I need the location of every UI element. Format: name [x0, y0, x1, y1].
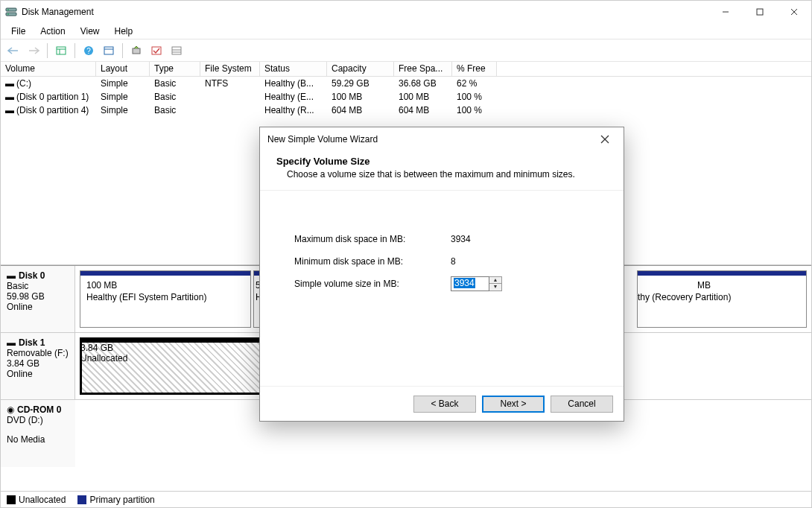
toolbar-view-button[interactable]: [53, 42, 69, 59]
partition-size: 100 MB: [86, 280, 244, 292]
svg-rect-17: [172, 47, 181, 54]
disk-name: Disk 1: [19, 337, 45, 348]
window-titlebar: Disk Management: [1, 1, 811, 23]
cdrom-icon: ◉: [7, 404, 14, 415]
disk-type: DVD (D:): [7, 415, 69, 425]
back-button[interactable]: < Back: [413, 396, 476, 413]
dialog-close-button[interactable]: [594, 128, 616, 150]
window-close-button[interactable]: [777, 1, 811, 23]
column-pctfree[interactable]: % Free: [452, 62, 497, 76]
legend-primary: Primary partition: [77, 495, 154, 505]
svg-rect-13: [104, 47, 113, 54]
cancel-button[interactable]: Cancel: [551, 396, 613, 413]
dialog-heading: Specify Volume Size: [276, 156, 607, 167]
column-volume[interactable]: Volume: [1, 62, 96, 76]
app-icon: [5, 6, 17, 18]
toolbar-check-button[interactable]: [148, 42, 165, 59]
dialog-footer: < Back Next > Cancel: [260, 387, 624, 421]
volume-fs: NTFS: [200, 78, 260, 89]
column-capacity[interactable]: Capacity: [327, 62, 394, 76]
dialog-subheading: Choose a volume size that is between the…: [276, 169, 607, 180]
column-type[interactable]: Type: [150, 62, 200, 76]
toolbar-forward-button[interactable]: [25, 42, 42, 59]
volume-name: (Disk 0 partition 4): [16, 105, 89, 115]
volume-layout: Simple: [96, 105, 150, 115]
volume-size-label: Simple volume size in MB:: [294, 279, 451, 289]
dialog-titlebar: New Simple Volume Wizard: [260, 127, 624, 151]
volume-free: 604 MB: [394, 105, 452, 115]
svg-point-3: [7, 13, 9, 15]
disk-size: 59.98 GB: [7, 291, 69, 302]
min-disk-space-label: Minimum disk space in MB:: [294, 256, 451, 267]
svg-point-2: [7, 9, 9, 10]
svg-rect-8: [57, 47, 66, 54]
toolbar-back-button[interactable]: [5, 42, 22, 59]
column-freespace[interactable]: Free Spa...: [394, 62, 452, 76]
volume-type: Basic: [150, 78, 200, 89]
partition-status: Healthy (EFI System Partition): [86, 292, 244, 304]
volume-name: (Disk 0 partition 1): [16, 92, 89, 102]
toolbar-help-button[interactable]: ?: [80, 42, 97, 59]
disk-size: 3.84 GB: [7, 358, 69, 369]
menu-action[interactable]: Action: [34, 25, 71, 38]
volume-capacity: 100 MB: [327, 92, 394, 102]
column-layout[interactable]: Layout: [96, 62, 150, 76]
svg-rect-15: [133, 48, 140, 54]
spinner-down-icon[interactable]: ▼: [489, 284, 501, 290]
volume-pct: 100 %: [452, 105, 497, 115]
legend: Unallocated Primary partition: [1, 491, 811, 507]
partition-size: MB: [638, 280, 800, 292]
volume-size-input[interactable]: 3934: [451, 276, 489, 291]
volume-row[interactable]: ▬(C:) Simple Basic NTFS Healthy (B... 59…: [1, 77, 811, 90]
volume-pct: 62 %: [452, 78, 497, 89]
toolbar-settings-button[interactable]: [101, 42, 117, 59]
spinner-up-icon[interactable]: ▲: [489, 277, 501, 284]
volume-type: Basic: [150, 92, 200, 102]
volume-status: Healthy (R...: [260, 105, 327, 115]
volume-size-spinner[interactable]: ▲ ▼: [489, 276, 502, 291]
disk-size: [7, 425, 69, 434]
dialog-header: Specify Volume Size Choose a volume size…: [260, 151, 624, 190]
volume-row[interactable]: ▬(Disk 0 partition 1) Simple Basic Healt…: [1, 90, 811, 104]
new-simple-volume-wizard-dialog: New Simple Volume Wizard Specify Volume …: [259, 127, 624, 422]
window-maximize-button[interactable]: [743, 1, 777, 23]
volume-layout: Simple: [96, 78, 150, 89]
partition[interactable]: MB thy (Recovery Partition): [637, 270, 807, 328]
menubar: File Action View Help: [1, 23, 811, 39]
toolbar-separator: [122, 43, 123, 58]
next-button[interactable]: Next >: [482, 396, 545, 413]
legend-unallocated: Unallocated: [7, 495, 66, 505]
volume-row[interactable]: ▬(Disk 0 partition 4) Simple Basic Healt…: [1, 104, 811, 117]
disk-header[interactable]: ▬Disk 0 Basic 59.98 GB Online: [1, 266, 75, 332]
svg-text:?: ?: [86, 47, 91, 55]
disk-icon: ▬: [7, 270, 16, 281]
column-status[interactable]: Status: [260, 62, 327, 76]
toolbar-list-button[interactable]: [168, 42, 185, 59]
min-disk-space-value: 8: [451, 256, 456, 267]
disk-name: Disk 0: [19, 270, 45, 281]
drive-icon: ▬: [5, 92, 14, 102]
disk-name: CD-ROM 0: [17, 404, 61, 415]
disk-status: Online: [7, 302, 69, 312]
disk-header[interactable]: ▬Disk 1 Removable (F:) 3.84 GB Online: [1, 333, 75, 399]
partition-status: thy (Recovery Partition): [638, 292, 800, 304]
disk-status: No Media: [7, 434, 69, 445]
column-filesystem[interactable]: File System: [200, 62, 260, 76]
disk-header[interactable]: ◉CD-ROM 0 DVD (D:) No Media: [1, 400, 75, 467]
drive-icon: ▬: [5, 78, 14, 89]
volume-pct: 100 %: [452, 92, 497, 102]
dialog-body: Maximum disk space in MB: 3934 Minimum d…: [260, 190, 624, 387]
disk-type: Basic: [7, 281, 69, 291]
menu-file[interactable]: File: [5, 25, 31, 38]
disk-status: Online: [7, 369, 69, 379]
menu-view[interactable]: View: [74, 25, 106, 38]
partition[interactable]: 100 MB Healthy (EFI System Partition): [80, 270, 251, 328]
window-minimize-button[interactable]: [708, 1, 743, 23]
disk-type: Removable (F:): [7, 348, 69, 358]
volume-type: Basic: [150, 105, 200, 115]
menu-help[interactable]: Help: [109, 25, 139, 38]
disk-icon: ▬: [7, 337, 16, 348]
svg-rect-5: [757, 9, 763, 15]
toolbar-refresh-button[interactable]: [128, 42, 145, 59]
max-disk-space-label: Maximum disk space in MB:: [294, 234, 451, 244]
